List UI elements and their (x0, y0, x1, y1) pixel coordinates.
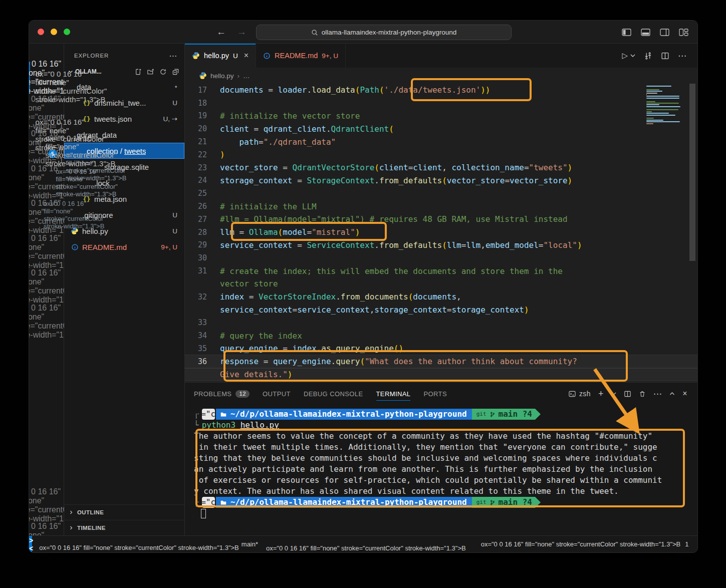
open-changes-icon[interactable] (644, 52, 652, 60)
sidebar-section-outline[interactable]: OUTLINE (64, 504, 184, 520)
close-window-button[interactable] (38, 29, 44, 35)
scrollbar-thumb[interactable] (689, 84, 695, 261)
prompt-git-segment: gitmain ?4 (472, 497, 535, 508)
new-terminal-icon[interactable]: + (598, 389, 604, 399)
terminal-output-line: sting that they believe communities shou… (194, 453, 697, 464)
code-line-22[interactable]: 22) (185, 148, 697, 161)
breadcrumb[interactable]: hello.py › … (185, 68, 697, 84)
zoom-window-button[interactable] (64, 29, 70, 35)
minimap[interactable] (646, 86, 686, 125)
code-line-29[interactable]: 29service_context = ServiceContext.from_… (185, 239, 697, 252)
code-line-wrap[interactable]: vector store (185, 277, 697, 290)
code-line-wrap[interactable]: Give details.") (185, 368, 697, 381)
tree-item-hello-py[interactable]: hello.pyU (64, 223, 184, 239)
panel-tab-output[interactable]: OUTPUT (263, 383, 291, 405)
code-line-31[interactable]: 31# create the index; this will embed th… (185, 264, 697, 277)
tree-item--lock[interactable]: ox="0 0 16 16" fill="none" stroke="curre… (64, 175, 184, 191)
code-text: vector store (220, 279, 697, 288)
code-line-30[interactable]: 30 (185, 251, 697, 264)
activity-ci-file-gear[interactable]: ox="0 0 16 16" fill="none" stroke="curre… (29, 306, 64, 338)
tab-hello-py[interactable]: hello.pyU× (185, 44, 256, 68)
breadcrumb-file[interactable]: hello.py (210, 72, 234, 80)
code-line-34[interactable]: 34# query the index (185, 329, 697, 342)
new-file-icon[interactable] (134, 68, 142, 76)
chevron-down-icon[interactable] (611, 392, 616, 396)
panel-more-icon[interactable]: ⋯ (653, 389, 662, 399)
code-line-25[interactable]: 25 (185, 187, 697, 200)
python-icon (192, 52, 200, 60)
editor-scrollbar[interactable] (688, 84, 696, 382)
split-editor-icon[interactable] (661, 52, 669, 60)
code-line-23[interactable]: 23vector_store = QdrantVectorStore(clien… (185, 161, 697, 174)
toggle-secondary-sidebar-icon[interactable] (660, 29, 669, 36)
status-branch[interactable]: ox="0 0 16 16" fill="none" stroke="curre… (39, 537, 258, 551)
code-line-27[interactable]: 27#llm = Ollama(model="mixtral") # requi… (185, 213, 697, 226)
code-line-33[interactable]: 33 (185, 316, 697, 329)
cloud-icon: ox="0 0 16 16" fill="none" stroke="curre… (266, 537, 466, 552)
editor-group: hello.pyU×README.md9+, U ▷ ⋯ hello.py › (185, 44, 697, 535)
tree-item--gitignore[interactable]: ox="0 0 16 16" fill="none" stroke="curre… (64, 207, 184, 223)
panel-actions: zsh + ⋯ × (568, 389, 697, 399)
new-folder-icon[interactable] (147, 68, 154, 76)
status-sync[interactable]: ox="0 0 16 16" fill="none" stroke="curre… (266, 537, 466, 552)
navigate-forward-icon[interactable]: → (237, 27, 247, 38)
panel-tab-debug-console[interactable]: DEBUG CONSOLE (304, 383, 363, 405)
minimize-window-button[interactable] (51, 29, 57, 35)
panel-tab-problems[interactable]: PROBLEMS12 (194, 383, 250, 405)
tree-item-readme-md[interactable]: README.md9+, U (64, 239, 184, 255)
collapse-all-icon[interactable] (172, 68, 179, 76)
command-center-search[interactable]: ollama-llamaindex-mixtral-python-playgro… (256, 25, 512, 40)
navigate-back-icon[interactable]: ← (216, 27, 226, 38)
code-line-wrap[interactable]: service_context=service_context,storage_… (185, 304, 697, 317)
line-number: 19 (185, 111, 220, 120)
activity-account[interactable]: ox="0 0 16 16" fill="none" stroke="curre… (29, 489, 64, 521)
code-text: response = query_engine.query("What does… (220, 357, 697, 366)
panel-tab-terminal[interactable]: TERMINAL (376, 383, 411, 405)
close-tab-icon[interactable]: × (244, 51, 249, 60)
toggle-sidebar-icon[interactable] (622, 29, 631, 36)
kill-terminal-icon[interactable] (639, 390, 646, 398)
code-line-26[interactable]: 26# initialize the LLM (185, 200, 697, 213)
python-icon (70, 227, 79, 235)
panel-tab-ports[interactable]: PORTS (423, 383, 447, 405)
activity-testing[interactable]: ox="0 0 16 16" fill="none" stroke="curre… (29, 236, 64, 268)
more-actions-icon[interactable]: ⋯ (678, 51, 686, 61)
status-problems[interactable]: ox="0 0 16 16" fill="none" stroke="curre… (474, 540, 698, 548)
terminal-shell-chip[interactable]: zsh (568, 390, 591, 398)
breadcrumb-symbol[interactable]: … (243, 72, 250, 80)
code-line-21[interactable]: 21 path="./qdrant_data" (185, 135, 697, 148)
code-editor[interactable]: 17documents = loader.load_data(Path('./d… (185, 84, 697, 382)
toggle-panel-icon[interactable] (641, 29, 650, 36)
terminal-view[interactable]: ┌ox="0 0 16 16" fill="none" stroke="curr… (185, 405, 697, 535)
git-status-badge: U (172, 99, 177, 107)
code-line-36[interactable]: 36response = query_engine.query("What do… (185, 355, 697, 368)
code-line-19[interactable]: 19# initialize the vector store (185, 110, 697, 123)
refresh-icon[interactable] (159, 68, 167, 76)
code-line-35[interactable]: 35query_engine = index.as_query_engine() (185, 342, 697, 355)
terminal-cursor[interactable] (201, 509, 206, 518)
code-line-20[interactable]: 20client = qdrant_client.QdrantClient( (185, 122, 697, 135)
split-terminal-icon[interactable] (624, 390, 631, 398)
window-controls[interactable] (38, 29, 70, 35)
code-line-24[interactable]: 24storage_context = StorageContext.from_… (185, 174, 697, 187)
explorer-more-icon[interactable]: ⋯ (169, 51, 177, 61)
code-text: ) (220, 150, 697, 159)
sidebar-section-timeline[interactable]: TIMELINE (64, 520, 184, 535)
activity-gitlab[interactable]: ox="0 0 16 16" fill="none" stroke="curre… (29, 270, 64, 303)
code-line-17[interactable]: 17documents = loader.load_data(Path('./d… (185, 84, 697, 97)
maximize-panel-icon[interactable] (669, 392, 675, 396)
command-arg: hello.py (240, 420, 279, 431)
customize-layout-icon[interactable] (679, 29, 688, 36)
tab-readme-md[interactable]: README.md9+, U (256, 44, 346, 68)
code-text: # initialize the vector store (220, 111, 697, 121)
run-python-button[interactable]: ▷ (622, 51, 635, 60)
bottom-panel: PROBLEMS12OUTPUTDEBUG CONSOLETERMINALPOR… (185, 382, 697, 535)
tree-item-dnsmichi-twe-[interactable]: {}dnsmichi_twe...U (64, 95, 184, 111)
code-line-28[interactable]: 28llm = Ollama(model="mistral") (185, 226, 697, 239)
terminal-cursor-row[interactable] (194, 508, 697, 519)
code-line-32[interactable]: 32index = VectorStoreIndex.from_document… (185, 290, 697, 304)
code-line-18[interactable]: 18 (185, 97, 697, 110)
tree-item-data[interactable]: ox="0 0 16 16" fill="none" stroke="curre… (64, 79, 184, 95)
close-panel-icon[interactable]: × (682, 389, 687, 398)
shell-name: zsh (579, 390, 591, 398)
